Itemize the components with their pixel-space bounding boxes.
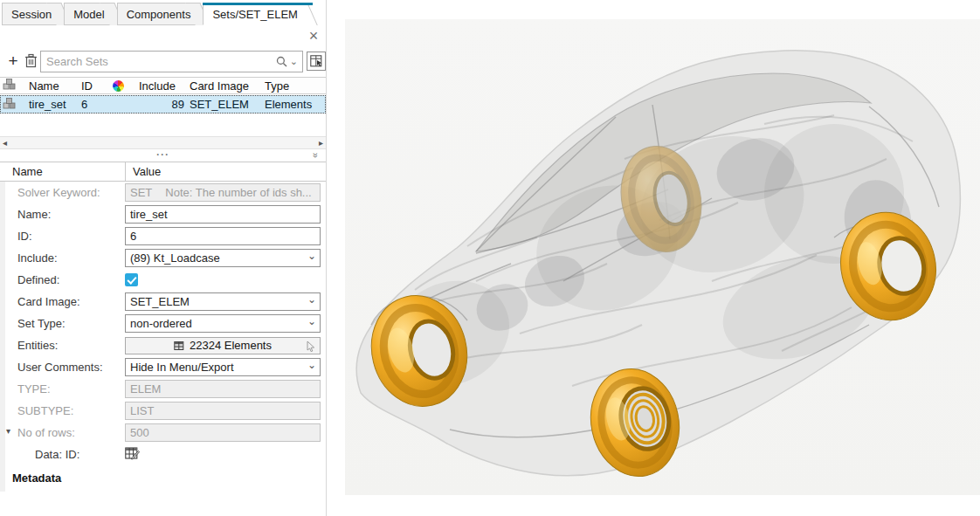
- card-image-label: Card Image:: [0, 295, 125, 308]
- property-row-entities: Entities: 22324 Elements: [0, 334, 326, 356]
- set-type-dropdown[interactable]: non-ordered ⌄: [125, 314, 321, 333]
- tab-bar: Session Model Components Sets/SET_ELEM: [2, 3, 305, 25]
- property-grid-header: Name Value: [0, 162, 326, 182]
- search-field: ⌄: [40, 51, 303, 72]
- sets-table-header: Name ID Include Card Image Type: [0, 77, 326, 94]
- property-row-no-of-rows: ▾ No of rows: 500: [0, 422, 326, 444]
- solver-keyword-note: Note: The number of ids sh...: [165, 186, 311, 199]
- collapse-section-icon[interactable]: «: [309, 153, 320, 158]
- tab-components[interactable]: Components: [117, 3, 198, 25]
- column-header-name[interactable]: Name: [26, 79, 79, 93]
- defined-label: Defined:: [0, 273, 125, 286]
- close-icon[interactable]: ×: [304, 28, 323, 45]
- property-grid: Solver Keyword: SET Note: The number of …: [0, 182, 326, 465]
- entities-label: Entities:: [0, 339, 125, 352]
- add-set-button[interactable]: +: [5, 52, 21, 71]
- viewport-3d[interactable]: [345, 19, 980, 495]
- defined-checkbox[interactable]: [125, 273, 138, 286]
- set-cubes-icon: [3, 97, 17, 110]
- tab-sets-set-elem[interactable]: Sets/SET_ELEM: [203, 3, 305, 25]
- property-row-data-id: Data: ID:: [0, 444, 326, 465]
- include-dropdown[interactable]: (89) Kt_Loadcase ⌄: [125, 249, 321, 267]
- type-label: TYPE:: [0, 382, 125, 396]
- subtype-label: SUBTYPE:: [0, 404, 125, 417]
- name-label: Name:: [0, 208, 125, 221]
- color-wheel-icon: [113, 80, 124, 92]
- tab-model[interactable]: Model: [64, 3, 111, 25]
- search-input[interactable]: [41, 52, 276, 71]
- set-icon-column-header[interactable]: [0, 78, 26, 93]
- set-include-cell: 89: [136, 98, 187, 111]
- property-row-card-image: Card Image: SET_ELEM ⌄: [0, 291, 326, 313]
- user-comments-label: User Comments:: [0, 361, 125, 374]
- set-id-cell: 6: [79, 98, 105, 111]
- chevron-down-icon: ⌄: [307, 250, 316, 262]
- column-header-type[interactable]: Type: [262, 79, 326, 93]
- column-header-include[interactable]: Include: [136, 79, 187, 93]
- type-field: ELEM: [125, 380, 321, 398]
- tab-session[interactable]: Session: [2, 3, 59, 25]
- column-header-color[interactable]: [105, 80, 136, 92]
- user-comments-dropdown[interactable]: Hide In Menu/Export ⌄: [125, 358, 321, 376]
- property-row-user-comments: User Comments: Hide In Menu/Export ⌄: [0, 356, 326, 378]
- set-type-cell: Elements: [262, 98, 326, 111]
- set-row-icon-cell: [0, 97, 26, 113]
- no-of-rows-field: 500: [125, 423, 321, 442]
- delete-set-button[interactable]: [24, 53, 38, 69]
- property-row-defined: Defined:: [0, 269, 326, 291]
- property-row-name: Name: tire_set: [0, 203, 326, 225]
- set-name-cell: tire_set: [26, 98, 79, 111]
- name-field[interactable]: tire_set: [125, 205, 321, 224]
- splitter-handle-icon[interactable]: ⋯: [155, 147, 170, 162]
- property-row-type: TYPE: ELEM: [0, 378, 326, 400]
- property-row-solver-keyword: Solver Keyword: SET Note: The number of …: [0, 182, 326, 203]
- property-row-set-type: Set Type: non-ordered ⌄: [0, 313, 326, 334]
- column-header-id[interactable]: ID: [79, 79, 105, 93]
- property-row-include: Include: (89) Kt_Loadcase ⌄: [0, 247, 326, 269]
- search-options-chevron-icon[interactable]: ⌄: [290, 56, 298, 67]
- property-row-subtype: SUBTYPE: LIST: [0, 400, 326, 422]
- search-icon[interactable]: [276, 56, 287, 67]
- property-header-value: Value: [125, 162, 326, 181]
- property-header-name: Name: [0, 165, 125, 178]
- metadata-section-heading: Metadata: [12, 471, 61, 485]
- no-of-rows-label: ▾ No of rows:: [0, 426, 125, 439]
- card-image-dropdown[interactable]: SET_ELEM ⌄: [125, 292, 321, 311]
- data-id-label: Data: ID:: [0, 448, 125, 461]
- scroll-right-icon[interactable]: ▸: [319, 138, 323, 148]
- solver-keyword-field: SET Note: The number of ids sh...: [125, 183, 321, 202]
- data-id-table-edit-icon[interactable]: [125, 447, 140, 460]
- scroll-left-icon[interactable]: ◂: [3, 138, 7, 148]
- solver-keyword-label: Solver Keyword:: [0, 186, 125, 199]
- chevron-down-icon: ⌄: [307, 315, 316, 327]
- car-model-render: [345, 19, 980, 495]
- column-header-card-image[interactable]: Card Image: [187, 79, 262, 93]
- collapse-triangle-icon[interactable]: ▾: [6, 426, 10, 436]
- trash-icon: [24, 53, 38, 68]
- column-selector-button[interactable]: [307, 52, 326, 71]
- table-cursor-icon: [310, 55, 323, 67]
- entities-table-icon: [174, 341, 184, 351]
- table-row-tire-set[interactable]: tire_set 6 89 SET_ELEM Elements: [0, 95, 326, 114]
- cursor-icon: [307, 341, 315, 352]
- chevron-down-icon: ⌄: [307, 293, 316, 306]
- property-row-id: ID: 6: [0, 225, 326, 247]
- set-card-image-cell: SET_ELEM: [187, 98, 262, 111]
- set-type-label: Set Type:: [0, 317, 125, 330]
- chevron-down-icon: ⌄: [307, 359, 316, 371]
- panel-splitter[interactable]: ⋯ «: [0, 149, 326, 162]
- entities-button[interactable]: 22324 Elements: [125, 337, 321, 354]
- subtype-field: LIST: [125, 402, 321, 420]
- set-cubes-icon: [3, 78, 17, 91]
- include-label: Include:: [0, 251, 125, 265]
- id-label: ID:: [0, 230, 125, 243]
- sets-panel: Session Model Components Sets/SET_ELEM ×…: [0, 0, 327, 516]
- id-field[interactable]: 6: [125, 227, 321, 245]
